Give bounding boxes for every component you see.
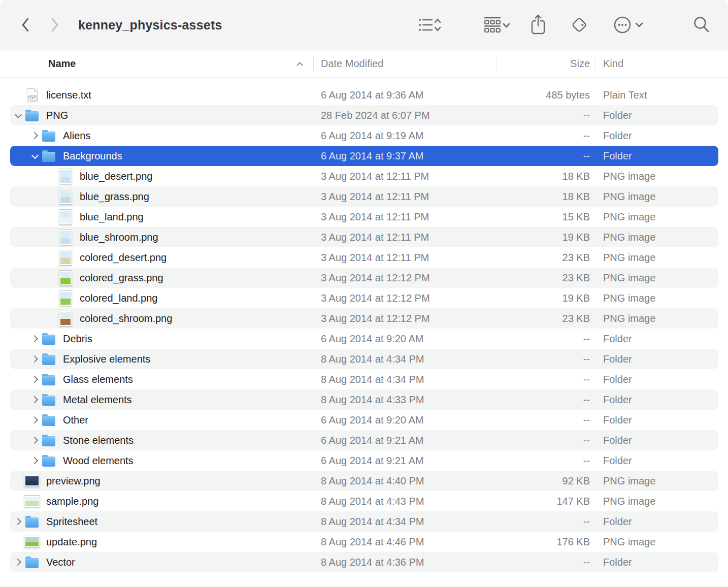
table-row[interactable]: Explosive elements 8 Aug 2014 at 4:34 PM… <box>10 349 718 369</box>
folder-glyph <box>42 396 55 406</box>
disclosure-chevron <box>47 171 57 181</box>
file-kind: Folder <box>595 333 718 345</box>
forward-button[interactable] <box>48 17 61 33</box>
file-size: -- <box>497 455 595 467</box>
image-thumbnail <box>59 230 72 245</box>
column-header-size[interactable]: Size <box>497 50 595 77</box>
file-size: 147 KB <box>497 496 595 507</box>
table-row[interactable]: blue_grass.png 3 Aug 2014 at 12:11 PM 18… <box>10 186 718 207</box>
disclosure-chevron[interactable] <box>13 110 23 120</box>
file-name: PNG <box>46 110 68 121</box>
tag-button[interactable] <box>569 15 589 35</box>
group-by-button[interactable] <box>483 16 510 34</box>
disclosure-chevron[interactable] <box>13 516 23 527</box>
table-row[interactable]: Aliens 6 Aug 2014 at 9:19 AM -- Folder <box>10 125 718 146</box>
image-thumbnail-icon <box>58 209 73 225</box>
table-row[interactable]: Metal elements 8 Aug 2014 at 4:33 PM -- … <box>10 389 718 410</box>
image-thumbnail-icon <box>58 270 73 286</box>
table-row[interactable]: Vector 8 Aug 2014 at 4:36 PM -- Folder <box>10 552 718 572</box>
folder-icon <box>41 331 56 347</box>
column-header-name[interactable]: Name <box>0 50 313 77</box>
table-row[interactable]: colored_land.png 3 Aug 2014 at 12:12 PM … <box>10 288 718 308</box>
file-name-cell: sample.png <box>10 493 313 509</box>
file-date-modified: 3 Aug 2014 at 12:11 PM <box>313 211 497 223</box>
table-row[interactable]: Debris 6 Aug 2014 at 9:20 AM -- Folder <box>10 329 718 349</box>
file-name-cell: colored_land.png <box>10 290 313 306</box>
file-name: Glass elements <box>63 374 133 385</box>
column-header-date-modified[interactable]: Date Modified <box>313 50 497 77</box>
file-size: -- <box>497 374 595 385</box>
view-mode-button[interactable] <box>418 16 441 34</box>
more-options-button[interactable] <box>613 15 645 35</box>
file-date-modified: 3 Aug 2014 at 12:11 PM <box>313 252 497 264</box>
disclosure-chevron <box>47 293 57 303</box>
toolbar-controls <box>418 14 711 36</box>
file-size: 19 KB <box>497 232 595 243</box>
file-name: Other <box>63 414 88 426</box>
table-row[interactable]: blue_shroom.png 3 Aug 2014 at 12:11 PM 1… <box>10 227 718 247</box>
table-row[interactable]: colored_desert.png 3 Aug 2014 at 12:11 P… <box>10 247 718 268</box>
search-button[interactable] <box>692 15 711 35</box>
disclosure-chevron[interactable] <box>13 557 23 567</box>
disclosure-chevron[interactable] <box>30 151 40 161</box>
file-name-cell: Glass elements <box>10 371 313 387</box>
file-size: -- <box>497 435 595 446</box>
file-kind: Folder <box>595 353 718 365</box>
disclosure-chevron[interactable] <box>30 354 40 364</box>
file-date-modified: 8 Aug 2014 at 4:34 PM <box>313 353 497 365</box>
disclosure-chevron[interactable] <box>30 455 40 466</box>
file-date-modified: 8 Aug 2014 at 4:34 PM <box>313 374 497 385</box>
table-row[interactable]: blue_desert.png 3 Aug 2014 at 12:11 PM 1… <box>10 166 718 186</box>
file-size: 15 KB <box>497 211 595 223</box>
more-options-icon <box>613 15 645 35</box>
txt-badge: TXT <box>28 95 37 101</box>
table-row[interactable]: colored_grass.png 3 Aug 2014 at 12:12 PM… <box>10 268 718 288</box>
table-row[interactable]: Spritesheet 8 Aug 2014 at 4:34 PM -- Fol… <box>10 511 718 532</box>
file-kind: Folder <box>595 557 718 568</box>
folder-glyph <box>25 517 39 528</box>
file-size: 485 bytes <box>497 89 595 101</box>
table-row[interactable]: Stone elements 6 Aug 2014 at 9:21 AM -- … <box>10 430 718 450</box>
column-headers: Name Date Modified Size Kind <box>0 50 728 78</box>
disclosure-chevron <box>13 90 23 100</box>
table-row[interactable]: update.png 8 Aug 2014 at 4:46 PM 176 KB … <box>10 532 718 552</box>
table-row[interactable]: sample.png 8 Aug 2014 at 4:43 PM 147 KB … <box>10 491 718 511</box>
image-thumbnail-icon <box>58 249 73 266</box>
file-name: colored_shroom.png <box>80 313 172 324</box>
table-row[interactable]: Other 6 Aug 2014 at 9:20 AM -- Folder <box>10 410 718 430</box>
table-row[interactable]: Wood elements 6 Aug 2014 at 9:21 AM -- F… <box>10 450 718 471</box>
disclosure-chevron <box>47 252 57 263</box>
table-row[interactable]: blue_land.png 3 Aug 2014 at 12:11 PM 15 … <box>10 207 718 227</box>
table-row[interactable]: PNG 28 Feb 2024 at 6:07 PM -- Folder <box>10 105 718 125</box>
file-size: 23 KB <box>497 313 595 324</box>
file-date-modified: 3 Aug 2014 at 12:12 PM <box>313 272 497 284</box>
table-row[interactable]: TXT license.txt 6 Aug 2014 at 9:36 AM 48… <box>10 85 718 105</box>
file-name: Debris <box>63 333 92 345</box>
disclosure-chevron[interactable] <box>30 395 40 405</box>
file-kind: PNG image <box>595 313 718 324</box>
file-name: Stone elements <box>63 435 134 446</box>
table-row[interactable]: colored_shroom.png 3 Aug 2014 at 12:12 P… <box>10 308 718 329</box>
disclosure-chevron[interactable] <box>30 131 40 141</box>
file-name: Vector <box>46 557 75 568</box>
column-header-kind[interactable]: Kind <box>595 50 728 77</box>
file-kind: Plain Text <box>595 89 718 101</box>
disclosure-chevron[interactable] <box>30 415 40 425</box>
file-name-cell: colored_desert.png <box>10 249 313 266</box>
file-date-modified: 8 Aug 2014 at 4:46 PM <box>313 536 497 548</box>
disclosure-chevron[interactable] <box>30 334 40 344</box>
back-chevron-icon <box>19 17 32 33</box>
table-row[interactable]: Glass elements 8 Aug 2014 at 4:34 PM -- … <box>10 369 718 389</box>
table-row[interactable]: Backgrounds 6 Aug 2014 at 9:37 AM -- Fol… <box>10 146 718 166</box>
share-button[interactable] <box>530 14 546 36</box>
file-date-modified: 28 Feb 2024 at 6:07 PM <box>313 110 497 121</box>
file-size: -- <box>497 557 595 568</box>
file-kind: PNG image <box>595 211 718 223</box>
disclosure-chevron[interactable] <box>30 435 40 445</box>
forward-chevron-icon <box>48 17 61 33</box>
back-button[interactable] <box>19 17 32 33</box>
file-kind: Folder <box>595 130 718 142</box>
disclosure-chevron[interactable] <box>30 374 40 384</box>
file-kind: Folder <box>595 516 718 528</box>
table-row[interactable]: preview.png 8 Aug 2014 at 4:40 PM 92 KB … <box>10 471 718 491</box>
